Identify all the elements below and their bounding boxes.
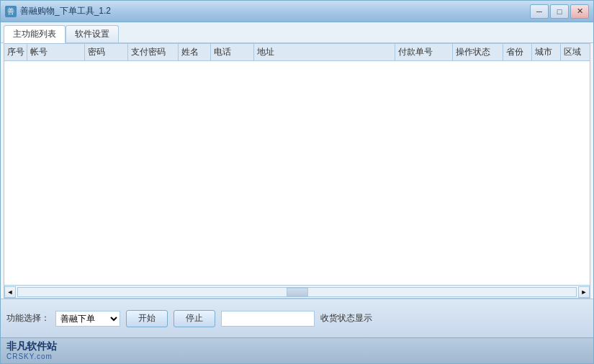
col-account: 帐号 — [27, 44, 85, 60]
app-icon: 善 — [5, 6, 17, 17]
col-seq: 序号 — [4, 44, 27, 60]
title-left: 善 善融购物_下单工具_1.2 — [5, 5, 111, 17]
close-button[interactable]: ✕ — [570, 4, 589, 19]
col-op-status: 操作状态 — [453, 44, 503, 60]
col-password: 密码 — [85, 44, 128, 60]
tab-settings[interactable]: 软件设置 — [66, 25, 119, 42]
title-buttons: ─ □ ✕ — [530, 4, 589, 19]
main-content: 序号 帐号 密码 支付密码 姓名 电话 地址 付款单号 操作状态 省份 城市 区… — [4, 43, 590, 299]
window-title: 善融购物_下单工具_1.2 — [20, 5, 111, 17]
col-phone: 电话 — [211, 44, 254, 60]
title-bar: 善 善融购物_下单工具_1.2 ─ □ ✕ — [1, 1, 593, 22]
status-input[interactable] — [221, 311, 315, 327]
col-district: 区域 — [561, 44, 590, 60]
status-desc: 收货状态显示 — [320, 312, 372, 324]
tab-bar: 主功能列表 软件设置 — [1, 22, 593, 43]
col-name: 姓名 — [179, 44, 211, 60]
watermark-text-en: CRSKY.com — [6, 352, 57, 361]
scroll-track[interactable] — [17, 287, 577, 297]
table-header: 序号 帐号 密码 支付密码 姓名 电话 地址 付款单号 操作状态 省份 城市 区… — [4, 44, 590, 61]
scroll-thumb[interactable] — [287, 288, 308, 296]
watermark-logo: 非凡软件站 CRSKY.com — [6, 340, 57, 361]
start-button[interactable]: 开始 — [126, 310, 168, 327]
maximize-button[interactable]: □ — [550, 4, 569, 19]
horizontal-scrollbar[interactable]: ◄ ► — [4, 285, 590, 298]
col-pay-password: 支付密码 — [128, 44, 179, 60]
col-address: 地址 — [254, 44, 395, 60]
stop-button[interactable]: 停止 — [174, 310, 215, 327]
col-city: 城市 — [532, 44, 561, 60]
minimize-button[interactable]: ─ — [530, 4, 549, 19]
watermark-bar: 非凡软件站 CRSKY.com — [1, 337, 593, 363]
main-window: 善 善融购物_下单工具_1.2 ─ □ ✕ 主功能列表 软件设置 序号 帐号 密… — [0, 0, 594, 364]
func-select[interactable]: 善融下单 — [55, 311, 120, 327]
scroll-right-button[interactable]: ► — [578, 286, 590, 298]
table-body — [4, 61, 590, 285]
col-province: 省份 — [503, 44, 532, 60]
func-label: 功能选择： — [6, 312, 50, 324]
col-order-no: 付款单号 — [395, 44, 453, 60]
watermark-text-cn: 非凡软件站 — [6, 340, 57, 352]
tab-main[interactable]: 主功能列表 — [4, 25, 66, 43]
scroll-left-button[interactable]: ◄ — [4, 286, 16, 298]
bottom-bar: 功能选择： 善融下单 开始 停止 收货状态显示 — [1, 299, 593, 337]
